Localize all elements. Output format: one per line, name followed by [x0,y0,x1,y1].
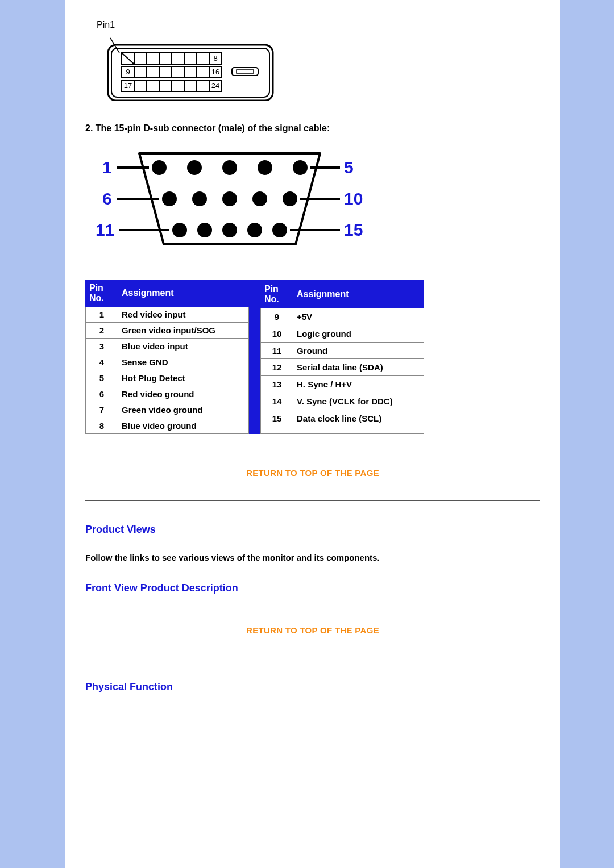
dvi-connector-icon: 8 9 16 17 24 [85,32,276,101]
product-views-heading: Product Views [85,524,540,536]
pin-number: 9 [261,308,293,325]
svg-point-49 [187,160,202,175]
svg-rect-18 [197,66,209,78]
physical-function-heading: Physical Function [85,681,540,693]
svg-point-51 [258,160,272,175]
pin1-label: Pin1 [97,20,540,30]
pin-assignment: Green video input/SOG [118,322,249,338]
pin-number: 4 [86,354,118,370]
pin-number: 5 [86,370,118,386]
pin-assignment: Blue video input [118,338,249,354]
product-views-description: Follow the links to see various views of… [85,553,540,562]
svg-rect-24 [172,80,184,91]
page-background: Pin1 [0,0,614,868]
table-row [261,427,424,433]
header-assignment: Assignment [118,281,249,307]
pin-assignment: Red video ground [118,386,249,402]
dvi-connector-diagram: Pin1 [85,20,540,101]
divider [85,658,540,658]
pin-assignment: H. Sync / H+V [293,376,424,393]
table-row: 4Sense GND [86,354,249,370]
svg-rect-25 [184,80,197,91]
pin-number: 13 [261,376,293,393]
svg-point-50 [222,160,237,175]
svg-point-60 [222,223,237,237]
pin-number: 14 [261,393,293,410]
svg-rect-14 [147,66,159,78]
svg-point-58 [172,223,187,237]
pin-number: 6 [86,386,118,402]
svg-point-61 [247,223,262,237]
table-row: 6Red video ground [86,386,249,402]
return-to-top-anchor[interactable]: RETURN TO TOP OF THE PAGE [246,468,379,478]
pin-table-right: Pin No. Assignment 9+5V 10Logic ground 1… [260,280,424,434]
pin-number: 11 [261,342,293,359]
table-row: 10Logic ground [261,325,424,342]
pin-assignment: Blue video ground [118,418,249,433]
return-to-top-anchor[interactable]: RETURN TO TOP OF THE PAGE [246,625,379,635]
svg-rect-9 [197,53,209,64]
svg-text:16: 16 [211,68,219,76]
pin-number: 7 [86,402,118,418]
dsub-connector-diagram: 1 6 11 5 10 15 [85,148,540,249]
svg-point-52 [293,160,308,175]
svg-rect-5 [147,53,159,64]
header-assignment: Assignment [293,281,424,308]
table-divider [249,280,260,434]
svg-rect-29 [237,70,254,73]
svg-rect-4 [134,53,147,64]
front-view-link[interactable]: Front View Product Description [85,582,540,594]
return-to-top-link[interactable]: RETURN TO TOP OF THE PAGE [85,468,540,478]
pin-assignment: Red video input [118,306,249,322]
table-row: 2Green video input/SOG [86,322,249,338]
pin-assignment: Data clock line (SCL) [293,410,424,427]
content-panel: Pin1 [65,0,560,868]
svg-rect-16 [172,66,184,78]
svg-text:11: 11 [96,220,114,239]
table-header-row: Pin No. Assignment [261,281,424,308]
table-row: 7Green video ground [86,402,249,418]
svg-text:8: 8 [213,54,217,62]
table-row: 12Serial data line (SDA) [261,359,424,376]
svg-text:9: 9 [126,68,130,76]
divider [85,500,540,501]
pin-assignment: Hot Plug Detect [118,370,249,386]
svg-text:15: 15 [344,220,363,239]
pin-assignment-tables: Pin No. Assignment 1Red video input 2Gre… [85,280,540,434]
pin-table-left: Pin No. Assignment 1Red video input 2Gre… [85,280,249,434]
table-row: 8Blue video ground [86,418,249,433]
dsub-connector-icon: 1 6 11 5 10 15 [85,148,372,247]
pin-number: 10 [261,325,293,342]
pin-number: 2 [86,322,118,338]
svg-rect-15 [159,66,172,78]
svg-rect-6 [159,53,172,64]
pin-assignment [293,427,424,433]
table-row: 5Hot Plug Detect [86,370,249,386]
header-pin-no: Pin No. [86,281,118,307]
table-header-row: Pin No. Assignment [86,281,249,307]
pin-number: 12 [261,359,293,376]
svg-rect-22 [147,80,159,91]
pin-assignment: V. Sync (VCLK for DDC) [293,393,424,410]
svg-text:24: 24 [211,81,219,90]
svg-rect-7 [172,53,184,64]
header-pin-no: Pin No. [261,281,293,308]
svg-text:17: 17 [124,81,132,90]
svg-rect-23 [159,80,172,91]
return-to-top-link[interactable]: RETURN TO TOP OF THE PAGE [85,625,540,635]
svg-point-48 [152,160,167,175]
pin-number: 15 [261,410,293,427]
pin-assignment: Ground [293,342,424,359]
svg-point-59 [197,223,212,237]
svg-text:6: 6 [102,189,112,208]
svg-text:10: 10 [344,189,363,208]
dsub-caption: 2. The 15-pin D-sub connector (male) of … [85,123,540,133]
table-row: 1Red video input [86,306,249,322]
pin-assignment: Serial data line (SDA) [293,359,424,376]
pin-assignment: Sense GND [118,354,249,370]
table-row: 13H. Sync / H+V [261,376,424,393]
svg-rect-13 [134,66,147,78]
table-row: 9+5V [261,308,424,325]
table-row: 11Ground [261,342,424,359]
front-view-anchor[interactable]: Front View Product Description [85,582,238,594]
